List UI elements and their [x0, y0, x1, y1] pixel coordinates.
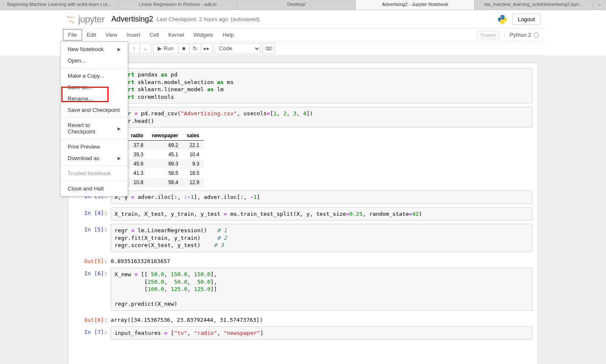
- autosave-text: (autosaved): [231, 16, 260, 22]
- output-prompt: Out[5]:: [68, 255, 111, 264]
- menu-item-save-checkpoint[interactable]: Save and Checkpoint: [61, 104, 128, 116]
- browser-tab-bar: Beginning Machine Learning with scikit-l…: [0, 0, 606, 10]
- python-icon: [497, 14, 508, 25]
- menu-item-open[interactable]: Open...: [61, 55, 128, 66]
- menu-kernel[interactable]: Kernel: [164, 30, 189, 40]
- move-up-button[interactable]: ↑: [128, 43, 140, 54]
- svg-point-2: [73, 22, 74, 23]
- browser-tab[interactable]: Linear Regression In Pictures - adit.io: [119, 0, 237, 10]
- input-prompt: In [6]:: [68, 268, 111, 311]
- menu-item-download-as[interactable]: Download as▶: [61, 152, 128, 164]
- command-palette-button[interactable]: [262, 43, 275, 54]
- code-input[interactable]: input_features = ["tv", "radio", "newspa…: [111, 326, 532, 340]
- file-menu-dropdown: New Notebook▶ Open... Make a Copy... Sav…: [60, 41, 128, 196]
- output-text: array([34.15367536, 23.83792444, 31.5747…: [111, 314, 532, 323]
- menu-item-trusted-notebook: Trusted Notebook: [61, 168, 128, 179]
- menu-insert[interactable]: Insert: [122, 30, 145, 40]
- jupyter-logo-text: jupyter: [78, 14, 105, 25]
- restart-button[interactable]: ↻: [189, 43, 201, 54]
- menu-cell[interactable]: Cell: [145, 30, 164, 40]
- chevron-right-icon: ▶: [117, 156, 121, 160]
- jupyter-icon: [66, 14, 76, 24]
- svg-point-1: [74, 16, 74, 17]
- logout-button[interactable]: Logout: [512, 14, 540, 25]
- input-prompt: In [5]:: [68, 224, 111, 252]
- code-input[interactable]: X, y = adver.iloc[:, :-1], adver.iloc[:,…: [111, 190, 532, 204]
- menu-item-revert[interactable]: Revert to Checkpoint▶: [61, 120, 128, 137]
- code-input[interactable]: regr = lm.LinearRegression() # 1 regr.fi…: [111, 224, 532, 252]
- code-cell[interactable]: In [2]: adver = pd.read_csv("Advertising…: [68, 106, 538, 129]
- menu-widgets[interactable]: Widgets: [189, 30, 218, 40]
- menu-item-new-notebook[interactable]: New Notebook▶: [61, 43, 128, 55]
- menu-item-print-preview[interactable]: Print Preview: [61, 141, 128, 152]
- code-cell[interactable]: In [6]: X_new = [[ 50.0, 150.0, 150.0], …: [68, 266, 538, 312]
- svg-rect-10: [266, 47, 267, 48]
- chevron-right-icon: ▶: [117, 126, 121, 131]
- cell-type-select[interactable]: Code: [214, 43, 261, 54]
- output-text: 0.8935163320163657: [111, 255, 532, 264]
- notebook-name[interactable]: Advertising2: [112, 15, 153, 24]
- new-tab-button[interactable]: +: [593, 0, 606, 10]
- menu-edit[interactable]: Edit: [82, 30, 101, 40]
- code-cell[interactable]: In [4]: X_train, X_test, y_train, y_test…: [68, 206, 538, 222]
- kernel-indicator[interactable]: Python 2: [504, 32, 539, 38]
- code-input[interactable]: adver = pd.read_csv("Advertising.csv", u…: [111, 107, 532, 128]
- menu-view[interactable]: View: [101, 30, 122, 40]
- menu-file[interactable]: File: [63, 29, 82, 41]
- svg-rect-12: [268, 47, 269, 48]
- menu-help[interactable]: Help: [218, 30, 239, 40]
- svg-point-0: [67, 16, 68, 17]
- browser-tab[interactable]: ios_machine_learning_scikit/Advertising2…: [475, 0, 593, 10]
- chevron-right-icon: ▶: [117, 47, 121, 52]
- code-cell[interactable]: In [5]: regr = lm.LinearRegression() # 1…: [68, 223, 538, 253]
- code-input[interactable]: X_train, X_test, y_train, y_test = ms.tr…: [111, 207, 532, 221]
- kernel-name: Python 2: [510, 32, 531, 38]
- svg-rect-11: [268, 47, 268, 48]
- toolbar: ＋ ↑ ↓ ▶ Run ■ ↻ ▸▸ Code: [60, 41, 546, 56]
- code-input[interactable]: import pandas as pd import sklearn.model…: [111, 68, 532, 103]
- interrupt-button[interactable]: ■: [178, 43, 190, 54]
- browser-tab[interactable]: Desktop/: [237, 0, 356, 10]
- output-prompt: Out[6]:: [68, 314, 111, 323]
- restart-run-all-button[interactable]: ▸▸: [201, 43, 213, 54]
- menu-bar: File Edit View Insert Cell Kernel Widget…: [60, 29, 546, 41]
- code-cell[interactable]: In [1]: import pandas as pd import sklea…: [68, 67, 538, 105]
- browser-tab[interactable]: Beginning Machine Learning with scikit-l…: [0, 0, 119, 10]
- svg-rect-15: [267, 49, 270, 49]
- menu-item-make-copy[interactable]: Make a Copy...: [61, 70, 128, 81]
- trusted-badge[interactable]: Trusted: [477, 31, 499, 39]
- checkpoint-text: Last Checkpoint: 2 hours ago: [157, 16, 228, 22]
- output-cell: Out[6]: array([34.15367536, 23.83792444,…: [68, 313, 538, 324]
- output-cell: Out[5]: 0.8935163320163657: [68, 254, 538, 266]
- run-label: Run: [164, 45, 174, 52]
- move-down-button[interactable]: ↓: [139, 43, 151, 54]
- code-cell[interactable]: In [7]: input_features = ["tv", "radio",…: [68, 325, 538, 341]
- browser-tab-active[interactable]: Advertising2 - Jupyter Notebook: [356, 0, 475, 10]
- input-prompt: In [7]:: [68, 326, 111, 340]
- menu-item-close-halt[interactable]: Close and Halt: [61, 183, 128, 194]
- keyboard-icon: [265, 46, 272, 51]
- code-cell[interactable]: In [3]: X, y = adver.iloc[:, :-1], adver…: [68, 189, 538, 205]
- svg-rect-13: [269, 47, 270, 48]
- svg-rect-14: [270, 47, 271, 48]
- code-input[interactable]: X_new = [[ 50.0, 150.0, 150.0], [250.0, …: [111, 268, 532, 311]
- input-prompt: In [4]:: [68, 207, 111, 221]
- kernel-status-icon: [534, 33, 539, 38]
- jupyter-logo[interactable]: jupyter: [66, 14, 105, 25]
- menu-item-save-as[interactable]: Save as...: [61, 81, 128, 93]
- svg-rect-9: [266, 47, 272, 50]
- notebook-header: jupyter Advertising2 Last Checkpoint: 2 …: [60, 10, 546, 29]
- output-cell: Out[2]: TVradionewspapersales 0230.137.8…: [68, 130, 538, 188]
- menu-item-rename[interactable]: Rename...: [61, 93, 128, 104]
- run-button[interactable]: ▶ Run: [153, 43, 178, 54]
- notebook: In [1]: import pandas as pd import sklea…: [68, 63, 538, 364]
